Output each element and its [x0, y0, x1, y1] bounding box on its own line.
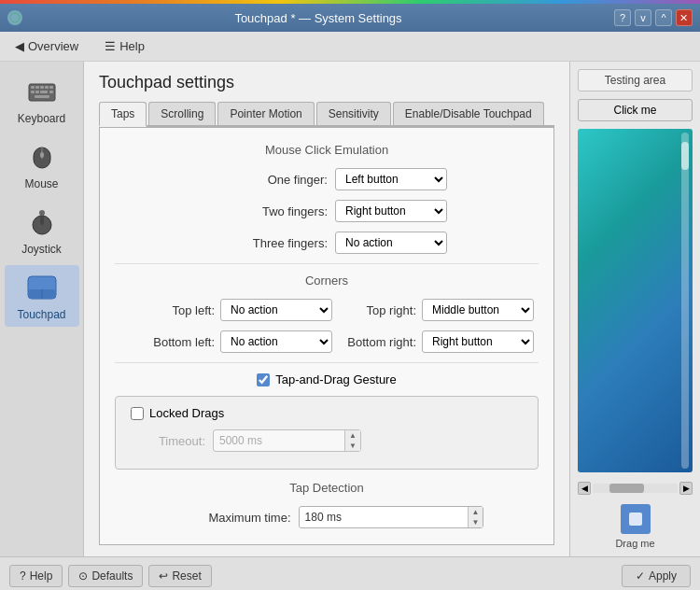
timeout-up-arrow[interactable]: ▲ — [345, 430, 360, 441]
keyboard-icon — [25, 75, 59, 108]
two-fingers-row: Two fingers: Left button Right button Mi… — [115, 200, 539, 222]
corners-grid: Top left: No action Left button Middle b… — [140, 299, 513, 353]
timeout-arrows: ▲ ▼ — [344, 430, 360, 451]
preview-scrollbar-h: ◀ ▶ — [578, 480, 693, 497]
mouse-click-section-header: Mouse Click Emulation — [115, 143, 539, 157]
titlebar-controls: ? v ^ ✕ — [614, 9, 693, 26]
scroll-left-btn[interactable]: ◀ — [578, 482, 591, 495]
touchpad-preview[interactable] — [578, 129, 693, 472]
top-left-select[interactable]: No action Left button Middle button Righ… — [220, 299, 332, 321]
timeout-label: Timeout: — [131, 434, 205, 448]
sidebar: Keyboard Mouse — [0, 62, 84, 556]
bottom-right-select[interactable]: No action Left button Middle button Righ… — [422, 330, 534, 353]
one-finger-select[interactable]: Left button Right button Middle button N… — [335, 168, 447, 190]
maximize-btn[interactable]: ^ — [655, 9, 672, 26]
max-time-row: Maximum time: ▲ ▼ — [115, 506, 539, 528]
svg-point-0 — [10, 13, 20, 22]
reset-icon: ↩ — [159, 569, 168, 583]
locked-drags-row: Locked Drags — [131, 406, 523, 420]
content-area: Keyboard Mouse — [0, 62, 700, 556]
touchpad-icon — [25, 271, 59, 304]
page-title: Touchpad settings — [99, 73, 554, 92]
three-fingers-select[interactable]: Left button Right button Middle button N… — [335, 232, 447, 254]
tab-sensitivity[interactable]: Sensitivity — [316, 102, 391, 125]
help-titlebar-btn[interactable]: ? — [614, 9, 631, 26]
three-fingers-label: Three fingers: — [206, 236, 328, 250]
joystick-label: Joystick — [21, 243, 62, 256]
sidebar-item-touchpad[interactable]: Touchpad — [5, 265, 79, 327]
timeout-input[interactable] — [214, 431, 344, 450]
sidebar-item-mouse[interactable]: Mouse — [5, 134, 79, 196]
scroll-right-btn[interactable]: ▶ — [679, 482, 693, 495]
preview-scrollbar-v[interactable] — [681, 133, 689, 469]
tap-drag-checkbox[interactable] — [257, 373, 270, 386]
app-icon — [7, 10, 22, 25]
max-time-arrows: ▲ ▼ — [468, 507, 483, 527]
tab-pointer-motion[interactable]: Pointer Motion — [217, 102, 314, 125]
back-arrow-icon: ◀ — [15, 39, 24, 53]
svg-rect-2 — [31, 86, 35, 89]
tab-scrolling[interactable]: Scrolling — [148, 102, 216, 125]
reset-button[interactable]: ↩ Reset — [148, 565, 211, 587]
apply-button[interactable]: ✓ Apply — [622, 565, 691, 587]
svg-rect-11 — [35, 95, 49, 98]
one-finger-row: One finger: Left button Right button Mid… — [115, 168, 539, 190]
mouse-label: Mouse — [24, 177, 58, 190]
top-left-row: Top left: No action Left button Middle b… — [140, 299, 332, 321]
divider-1 — [115, 263, 539, 264]
bottom-left-select[interactable]: No action Left button Middle button Righ… — [220, 330, 332, 353]
overview-button[interactable]: ◀ Overview — [9, 37, 84, 55]
tab-enable-disable[interactable]: Enable/Disable Touchpad — [393, 102, 544, 125]
svg-point-17 — [39, 210, 45, 216]
reset-label: Reset — [172, 569, 201, 583]
svg-rect-21 — [629, 513, 642, 526]
defaults-button[interactable]: ⊙ Defaults — [68, 565, 143, 587]
max-time-up[interactable]: ▲ — [469, 507, 483, 517]
locked-drags-box: Locked Drags Timeout: ▲ ▼ — [115, 396, 539, 470]
svg-rect-5 — [45, 86, 49, 89]
top-left-label: Top left: — [140, 303, 215, 317]
click-me-button[interactable]: Click me — [578, 99, 693, 121]
bottom-bar: ? Help ⊙ Defaults ↩ Reset ✓ Apply — [0, 556, 700, 590]
max-time-input[interactable] — [300, 508, 468, 527]
max-time-spinner: ▲ ▼ — [299, 506, 484, 528]
timeout-down-arrow[interactable]: ▼ — [345, 441, 360, 451]
defaults-label: Defaults — [91, 569, 133, 583]
help-bottom-button[interactable]: ? Help — [9, 565, 63, 587]
svg-rect-9 — [40, 91, 48, 93]
help-label: Help — [119, 39, 145, 53]
help-bottom-label: Help — [30, 569, 53, 583]
scroll-thumb-h — [609, 484, 643, 493]
locked-drags-label: Locked Drags — [149, 406, 224, 420]
titlebar: Touchpad * — System Settings ? v ^ ✕ — [0, 4, 700, 32]
svg-rect-6 — [49, 86, 53, 89]
defaults-icon: ⊙ — [78, 569, 88, 583]
three-fingers-row: Three fingers: Left button Right button … — [115, 232, 539, 254]
timeout-row: Timeout: ▲ ▼ — [131, 429, 523, 452]
help-button[interactable]: ☰ Help — [99, 37, 150, 55]
tab-taps[interactable]: Taps — [99, 102, 147, 127]
drag-me-label: Drag me — [615, 538, 654, 549]
sidebar-item-keyboard[interactable]: Keyboard — [5, 69, 79, 131]
one-finger-label: One finger: — [206, 173, 328, 187]
right-panel: Testing area Click me ◀ ▶ Drag me — [569, 62, 700, 556]
apply-check-icon: ✓ — [636, 569, 645, 583]
minimize-btn[interactable]: v — [635, 9, 651, 26]
close-btn[interactable]: ✕ — [676, 9, 693, 26]
bottom-right-row: Bottom right: No action Left button Midd… — [342, 330, 534, 353]
settings-scroll-area[interactable]: Mouse Click Emulation One finger: Left b… — [99, 127, 554, 545]
two-fingers-select[interactable]: Left button Right button Middle button N… — [335, 200, 447, 222]
help-bottom-icon: ? — [20, 569, 26, 583]
touchpad-label: Touchpad — [17, 308, 65, 321]
sidebar-item-joystick[interactable]: Joystick — [5, 200, 79, 261]
locked-drags-checkbox[interactable] — [131, 407, 144, 420]
corners-section-header: Corners — [115, 274, 539, 288]
max-time-down[interactable]: ▼ — [469, 517, 483, 527]
top-right-label: Top right: — [342, 303, 416, 317]
tap-drag-label: Tap-and-Drag Gesture — [275, 372, 396, 386]
svg-rect-3 — [35, 86, 39, 89]
top-right-select[interactable]: No action Left button Middle button Righ… — [422, 299, 534, 321]
drag-icon[interactable] — [621, 504, 651, 534]
svg-rect-10 — [49, 91, 53, 93]
tap-detection-header: Tap Detection — [115, 481, 539, 495]
